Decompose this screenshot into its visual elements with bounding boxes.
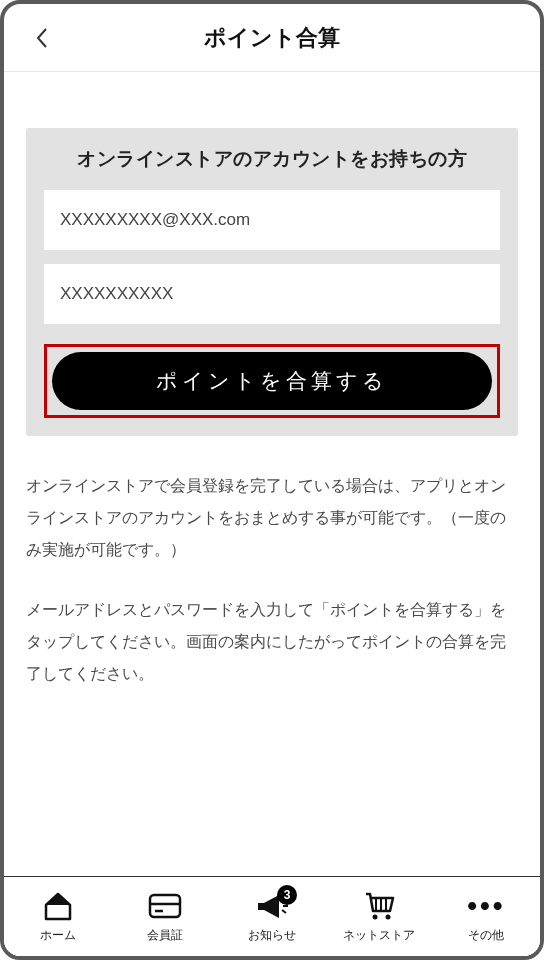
notification-badge: 3 — [277, 885, 297, 905]
email-field[interactable] — [44, 190, 500, 250]
svg-rect-0 — [150, 895, 180, 917]
description-block: オンラインストアで会員登録を完了している場合は、アプリとオンラインストアのアカウ… — [26, 470, 518, 690]
svg-point-7 — [386, 915, 391, 920]
svg-point-6 — [373, 915, 378, 920]
card-icon — [148, 889, 182, 923]
megaphone-icon: 3 — [255, 889, 289, 923]
chevron-left-icon — [34, 26, 50, 50]
login-card: オンラインストアのアカウントをお持ちの方 ポイントを合算する — [26, 128, 518, 436]
password-field[interactable] — [44, 264, 500, 324]
nav-label: ネットストア — [343, 927, 415, 944]
nav-label: その他 — [468, 927, 504, 944]
nav-label: お知らせ — [248, 927, 296, 944]
home-icon — [41, 889, 75, 923]
cart-icon — [362, 889, 396, 923]
back-button[interactable] — [28, 24, 56, 52]
nav-membership[interactable]: 会員証 — [111, 889, 218, 944]
nav-home[interactable]: ホーム — [4, 889, 111, 944]
nav-notifications[interactable]: 3 お知らせ — [218, 889, 325, 944]
nav-more[interactable]: ••• その他 — [433, 889, 540, 944]
highlight-box: ポイントを合算する — [44, 344, 500, 418]
more-icon: ••• — [467, 889, 505, 923]
header-bar: ポイント合算 — [4, 4, 540, 72]
nav-netstore[interactable]: ネットストア — [326, 889, 433, 944]
nav-label: ホーム — [40, 927, 76, 944]
combine-points-button[interactable]: ポイントを合算する — [52, 352, 492, 410]
description-paragraph-1: オンラインストアで会員登録を完了している場合は、アプリとオンラインストアのアカウ… — [26, 470, 518, 566]
page-title: ポイント合算 — [20, 23, 524, 53]
nav-label: 会員証 — [147, 927, 183, 944]
main-content: オンラインストアのアカウントをお持ちの方 ポイントを合算する オンラインストアで… — [4, 72, 540, 876]
description-paragraph-2: メールアドレスとパスワードを入力して「ポイントを合算する」をタップしてください。… — [26, 594, 518, 690]
bottom-nav: ホーム 会員証 3 お知らせ — [4, 876, 540, 956]
card-title: オンラインストアのアカウントをお持ちの方 — [44, 146, 500, 172]
